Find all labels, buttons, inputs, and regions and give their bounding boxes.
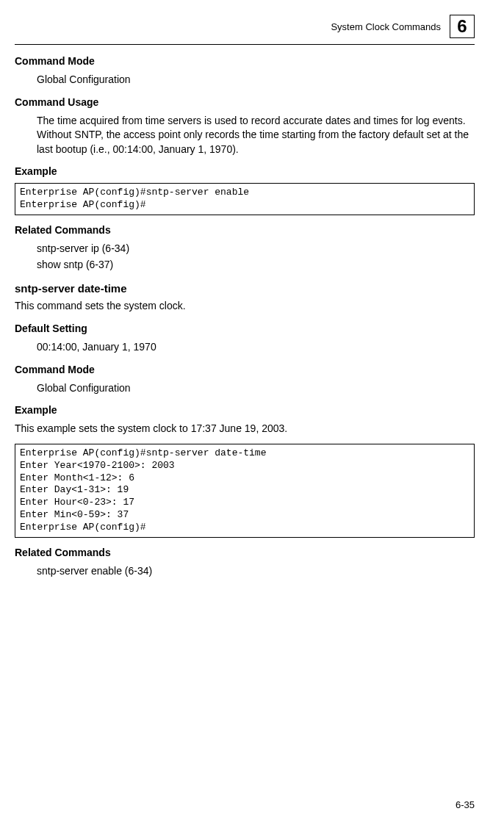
example-code-block-1: Enterprise AP(config)#sntp-server enable…	[15, 183, 475, 215]
related-command-item: sntp-server enable (6-34)	[37, 564, 475, 579]
page-container: System Clock Commands 6 Command Mode Glo…	[0, 0, 504, 825]
command-mode-text-2: Global Configuration	[37, 381, 475, 396]
example-description: This example sets the system clock to 17…	[15, 422, 475, 436]
page-number: 6-35	[456, 799, 475, 810]
header-divider	[15, 44, 475, 45]
chapter-number-box: 6	[450, 15, 475, 38]
example-heading-2: Example	[15, 404, 475, 416]
default-setting-text: 00:14:00, January 1, 1970	[37, 340, 475, 355]
example-heading: Example	[15, 165, 475, 177]
page-header: System Clock Commands 6	[15, 15, 475, 38]
command-title: sntp-server date-time	[15, 282, 475, 295]
header-title: System Clock Commands	[331, 21, 441, 32]
related-command-item: show sntp (6-37)	[37, 258, 475, 273]
command-mode-heading: Command Mode	[15, 55, 475, 67]
related-commands-list: sntp-server ip (6-34) show sntp (6-37)	[37, 242, 475, 272]
related-command-item: sntp-server ip (6-34)	[37, 242, 475, 256]
command-mode-text: Global Configuration	[37, 73, 475, 87]
example-code-block-2: Enterprise AP(config)#sntp-server date-t…	[15, 444, 475, 538]
default-setting-heading: Default Setting	[15, 323, 475, 334]
related-commands-heading-2: Related Commands	[15, 547, 475, 558]
command-usage-text: The time acquired from time servers is u…	[37, 114, 475, 157]
command-mode-heading-2: Command Mode	[15, 364, 475, 375]
related-commands-heading: Related Commands	[15, 224, 475, 236]
command-usage-heading: Command Usage	[15, 96, 475, 108]
related-commands-list-2: sntp-server enable (6-34)	[37, 564, 475, 579]
command-description: This command sets the system clock.	[15, 299, 475, 314]
